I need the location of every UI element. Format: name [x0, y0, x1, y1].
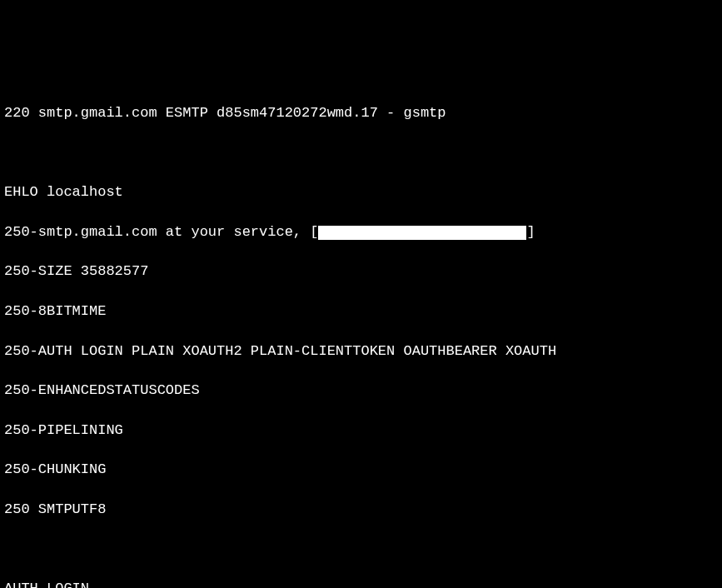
ehlo-command: EHLO localhost [4, 182, 718, 202]
resp-8bitmime: 250-8BITMIME [4, 301, 718, 321]
resp-size: 250-SIZE 35882577 [4, 262, 718, 282]
blank-line [4, 143, 718, 163]
auth-login-command: AUTH LOGIN [4, 579, 718, 588]
resp-chunking: 250-CHUNKING [4, 460, 718, 480]
resp-auth: 250-AUTH LOGIN PLAIN XOAUTH2 PLAIN-CLIEN… [4, 341, 718, 361]
resp-pipelining: 250-PIPELINING [4, 421, 718, 441]
resp-smtputf8: 250 SMTPUTF8 [4, 500, 718, 520]
redacted-ip [318, 226, 526, 240]
at-service-post: ] [526, 224, 535, 240]
blank-line [4, 540, 718, 560]
smtp-greeting: 220 smtp.gmail.com ESMTP d85sm47120272wm… [4, 103, 718, 123]
at-service-pre: 250-smtp.gmail.com at your service, [ [4, 224, 318, 240]
terminal-output: 220 smtp.gmail.com ESMTP d85sm47120272wm… [4, 83, 718, 588]
resp-enhanced: 250-ENHANCEDSTATUSCODES [4, 381, 718, 401]
resp-at-service: 250-smtp.gmail.com at your service, [] [4, 222, 718, 242]
